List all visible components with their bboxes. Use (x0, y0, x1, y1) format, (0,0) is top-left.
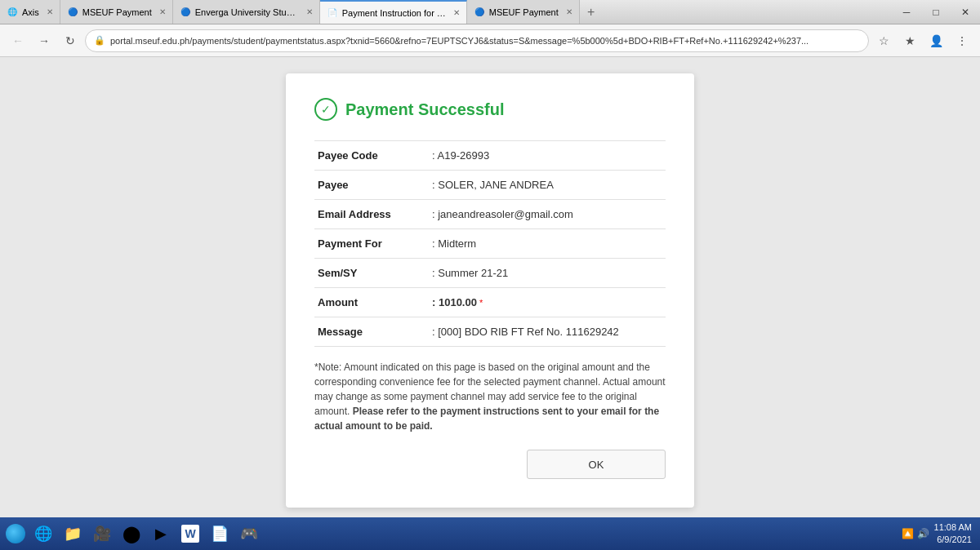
taskbar-item-media[interactable]: ▶ (147, 520, 175, 548)
tab-close-axis[interactable]: ✕ (47, 7, 53, 16)
tab-close-enverga[interactable]: ✕ (306, 7, 313, 16)
ok-button[interactable]: OK (527, 450, 666, 479)
chrome-icon: ⬤ (122, 524, 141, 543)
nav-bar: ← → ↻ 🔒 portal.mseuf.edu.ph/payments/stu… (0, 24, 980, 57)
folder-icon: 📁 (63, 524, 82, 543)
word-icon: W (181, 525, 199, 543)
label-amount: Amount (314, 288, 429, 317)
label-message: Message (314, 317, 429, 347)
taskbar-clock: 11:08 AM 6/9/2021 (934, 521, 972, 547)
table-row-payee: Payee : SOLER, JANE ANDREA (314, 171, 666, 200)
tab-label-axis: Axis (22, 7, 39, 17)
video-icon: 🎥 (92, 524, 112, 543)
tab-close-mseuf1[interactable]: ✕ (159, 7, 166, 16)
amount-value: : 1010.00 (432, 296, 477, 308)
bookmark-star-icon[interactable]: ☆ (872, 29, 895, 52)
value-payee: : SOLER, JANE ANDREA (429, 171, 666, 200)
taskbar-item-video[interactable]: 🎥 (88, 520, 116, 548)
maximize-button[interactable]: □ (921, 0, 951, 24)
label-email: Email Address (314, 200, 429, 229)
speaker-icon: 🔊 (917, 528, 929, 539)
date-display: 6/9/2021 (934, 534, 972, 546)
taskbar-item-word[interactable]: W (176, 520, 204, 548)
lock-icon: 🔒 (94, 35, 105, 46)
system-icons: 🔼 🔊 (902, 528, 929, 539)
tab-favicon-enverga: 🔵 (180, 7, 191, 18)
window-controls: ─ □ ✕ (892, 0, 980, 24)
note-bold: Please refer to the payment instructions… (314, 406, 659, 432)
value-message: : [000] BDO RIB FT Ref No. 111629242 (429, 317, 666, 347)
minimize-button[interactable]: ─ (892, 0, 921, 24)
table-row-message: Message : [000] BDO RIB FT Ref No. 11162… (314, 317, 666, 347)
label-semsy: Sem/SY (314, 259, 429, 288)
payment-card: ✓ Payment Successful Payee Code : A19-26… (286, 73, 694, 508)
table-row-payment-for: Payment For : Midterm (314, 229, 666, 259)
document-icon: 📄 (210, 524, 229, 543)
amount-asterisk: * (477, 298, 483, 308)
taskbar-item-file-explorer[interactable]: 📁 (59, 520, 87, 548)
value-semsy: : Summer 21-21 (429, 259, 666, 288)
refresh-button[interactable]: ↻ (59, 29, 82, 52)
ok-button-row: OK (314, 450, 666, 479)
payment-info-table: Payee Code : A19-26993 Payee : SOLER, JA… (314, 140, 666, 347)
address-bar[interactable]: 🔒 portal.mseuf.edu.ph/payments/student/p… (85, 29, 869, 52)
value-payment-for: : Midterm (429, 229, 666, 259)
table-row-semsy: Sem/SY : Summer 21-21 (314, 259, 666, 288)
start-button[interactable] (3, 521, 28, 546)
value-amount: : 1010.00 * (429, 288, 666, 317)
forward-button[interactable]: → (33, 29, 56, 52)
back-button[interactable]: ← (7, 29, 29, 52)
table-row-amount: Amount : 1010.00 * (314, 288, 666, 317)
taskbar-item-browser[interactable]: 🌐 (29, 520, 57, 548)
tab-favicon-mseuf2: 🔵 (474, 7, 485, 18)
label-payee: Payee (314, 171, 429, 200)
taskbar-system-tray: 🔼 🔊 11:08 AM 6/9/2021 (902, 521, 977, 547)
tab-label-payment: Payment Instruction for Trans... (342, 8, 446, 18)
menu-icon[interactable]: ⋮ (951, 29, 973, 52)
success-title: Payment Successful (345, 100, 505, 119)
tab-payment-instruction[interactable]: 📄 Payment Instruction for Trans... ✕ (320, 0, 467, 24)
media-play-icon: ▶ (151, 524, 171, 543)
tab-axis[interactable]: 🌐 Axis ✕ (0, 0, 60, 24)
start-circle-icon (6, 524, 25, 543)
tab-mseuf2[interactable]: 🔵 MSEUF Payment ✕ (467, 0, 580, 24)
tab-close-mseuf2[interactable]: ✕ (566, 7, 572, 16)
tab-enverga[interactable]: 🔵 Enverga University Student Inf... ✕ (173, 0, 320, 24)
title-bar: 🌐 Axis ✕ 🔵 MSEUF Payment ✕ 🔵 Enverga Uni… (0, 0, 980, 24)
taskbar-item-document[interactable]: 📄 (206, 520, 234, 548)
value-email: : janeandreasoler@gmail.com (429, 200, 666, 229)
network-icon: 🔼 (902, 528, 914, 539)
note-text: *Note: Amount indicated on this page is … (314, 360, 666, 433)
taskbar: 🌐 📁 🎥 ⬤ ▶ W 📄 🎮 🔼 🔊 11:08 AM 6/9/2021 (0, 517, 980, 550)
main-content: ✓ Payment Successful Payee Code : A19-26… (0, 57, 980, 517)
taskbar-item-game[interactable]: 🎮 (235, 520, 263, 548)
bookmark-icon[interactable]: ★ (898, 29, 921, 52)
ie-icon: 🌐 (33, 524, 53, 543)
tab-label-enverga: Enverga University Student Inf... (195, 7, 299, 17)
new-tab-button[interactable]: + (580, 5, 603, 20)
tab-label-mseuf2: MSEUF Payment (489, 7, 559, 17)
value-payee-code: : A19-26993 (429, 141, 666, 171)
time-display: 11:08 AM (934, 521, 972, 534)
label-payment-for: Payment For (314, 229, 429, 259)
tab-favicon-axis: 🌐 (7, 7, 18, 18)
nav-right-controls: ☆ ★ 👤 ⋮ (872, 29, 973, 52)
table-row-payee-code: Payee Code : A19-26993 (314, 141, 666, 171)
account-icon[interactable]: 👤 (924, 29, 947, 52)
tab-close-payment[interactable]: ✕ (453, 8, 460, 17)
check-circle-icon: ✓ (314, 98, 337, 121)
tab-favicon-payment: 📄 (327, 7, 338, 19)
success-header: ✓ Payment Successful (314, 98, 666, 121)
url-text: portal.mseuf.edu.ph/payments/student/pay… (110, 36, 808, 46)
tab-mseuf1[interactable]: 🔵 MSEUF Payment ✕ (60, 0, 173, 24)
tab-label-mseuf1: MSEUF Payment (82, 7, 152, 17)
game-icon: 🎮 (239, 524, 259, 543)
table-row-email: Email Address : janeandreasoler@gmail.co… (314, 200, 666, 229)
close-button[interactable]: ✕ (951, 0, 980, 24)
taskbar-item-chrome[interactable]: ⬤ (118, 520, 145, 548)
label-payee-code: Payee Code (314, 141, 429, 171)
tab-favicon-mseuf1: 🔵 (67, 7, 78, 18)
